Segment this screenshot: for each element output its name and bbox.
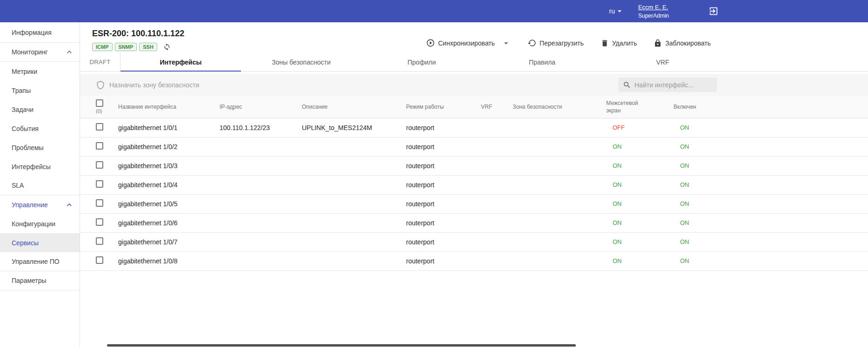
sidebar: Информация Мониторинг Метрики Трапы Зада… (0, 22, 80, 347)
sync-group: Синхронизировать (426, 39, 511, 48)
sidebar-item-metrics[interactable]: Метрики (0, 62, 80, 81)
search-input[interactable] (634, 81, 712, 89)
language-selector[interactable]: ru (609, 7, 624, 16)
sidebar-item-traps[interactable]: Трапы (0, 81, 80, 100)
delete-button[interactable]: Удалить (601, 39, 637, 47)
row-checkbox[interactable] (96, 142, 103, 150)
table-row[interactable]: gigabitethernet 1/0/1 100.110.1.122/23 U… (80, 118, 868, 137)
table-row[interactable]: gigabitethernet 1/0/3 routerport ON ON (80, 156, 868, 175)
user-role: SuperAdmin (638, 13, 669, 19)
sidebar-item-label: Информация (12, 29, 52, 36)
play-circle-icon (426, 39, 435, 47)
cell-ip (220, 175, 302, 194)
sidebar-item-sla[interactable]: SLA (0, 176, 80, 195)
row-checkbox-cell (80, 175, 118, 194)
cell-vrf (481, 156, 513, 175)
sidebar-item-information[interactable]: Информация (0, 22, 80, 43)
cell-ip (220, 251, 302, 270)
shield-icon (96, 80, 105, 90)
row-checkbox[interactable] (96, 256, 103, 264)
cell-interface-name: gigabitethernet 1/0/2 (118, 137, 220, 156)
logout-button[interactable] (707, 5, 720, 18)
sidebar-item-configurations[interactable]: Конфигурации (0, 214, 80, 233)
table-row[interactable]: gigabitethernet 1/0/2 routerport ON ON (80, 137, 868, 156)
column-header-enabled: Включен (674, 96, 868, 118)
table-row[interactable]: gigabitethernet 1/0/8 routerport ON ON (80, 251, 868, 270)
sidebar-item-label: Интерфейсы (12, 163, 51, 170)
badge-ssh: SSH (139, 43, 157, 51)
chevron-down-icon (615, 7, 624, 16)
delete-label: Удалить (612, 39, 637, 47)
sidebar-item-services[interactable]: Сервисы (0, 233, 80, 252)
chevron-down-icon (501, 39, 511, 48)
row-checkbox[interactable] (96, 180, 103, 188)
block-label: Заблокировать (665, 39, 711, 47)
sidebar-item-interfaces[interactable]: Интерфейсы (0, 157, 80, 176)
cell-vrf (481, 213, 513, 232)
tab-draft[interactable]: DRAFT (80, 53, 120, 71)
table-header-row: (0) Название интерфейса IP-адрес Описани… (80, 96, 868, 118)
column-header-ip: IP-адрес (220, 96, 302, 118)
cell-zone (513, 137, 606, 156)
sidebar-item-events[interactable]: События (0, 119, 80, 138)
select-all-checkbox[interactable] (96, 99, 103, 107)
cell-enabled-status: ON (674, 232, 868, 251)
row-checkbox-cell (80, 118, 118, 137)
cell-firewall-status: ON (606, 213, 674, 232)
sidebar-group-management[interactable]: Управление (0, 195, 80, 214)
synchronize-button[interactable]: Синхронизировать (426, 39, 495, 47)
reboot-button[interactable]: Перезагрузить (527, 39, 584, 47)
cell-enabled-status: ON (674, 156, 868, 175)
header-actions: Синхронизировать Перезагрузить Удали (426, 35, 711, 51)
cell-firewall-status: OFF (606, 118, 674, 137)
assign-security-zone-button[interactable]: Назначить зону безопасности (96, 80, 199, 90)
tab-security-zones[interactable]: Зоны безопасности (241, 53, 361, 71)
cell-interface-name: gigabitethernet 1/0/8 (118, 251, 220, 270)
row-checkbox[interactable] (96, 218, 103, 226)
chevron-up-icon (65, 200, 74, 210)
sidebar-item-label: Метрики (12, 68, 37, 75)
sidebar-item-parameters[interactable]: Параметры (0, 271, 80, 290)
table-row[interactable]: gigabitethernet 1/0/7 routerport ON ON (80, 232, 868, 251)
row-checkbox[interactable] (96, 199, 103, 207)
refresh-status-button[interactable] (163, 43, 171, 51)
tab-vrf[interactable]: VRF (602, 53, 723, 71)
protocol-badges: ICMP SNMP SSH (92, 43, 184, 51)
row-checkbox[interactable] (96, 161, 103, 169)
horizontal-scrollbar[interactable] (107, 344, 576, 347)
sidebar-group-label: Мониторинг (12, 48, 48, 56)
sidebar-item-software-management[interactable]: Управление ПО (0, 252, 80, 271)
sidebar-item-problems[interactable]: Проблемы (0, 138, 80, 157)
synchronize-dropdown-button[interactable] (501, 39, 511, 48)
table-row[interactable]: gigabitethernet 1/0/5 routerport ON ON (80, 194, 868, 213)
cell-firewall-status: ON (606, 137, 674, 156)
table-row[interactable]: gigabitethernet 1/0/4 routerport ON ON (80, 175, 868, 194)
tab-profiles[interactable]: Профили (361, 53, 482, 71)
sidebar-item-label: Проблемы (12, 144, 44, 151)
block-button[interactable]: Заблокировать (654, 39, 711, 47)
select-all-header: (0) (80, 96, 118, 118)
cell-description (302, 194, 406, 213)
cell-vrf (481, 232, 513, 251)
tab-bar: DRAFT Интерфейсы Зоны безопасности Профи… (80, 53, 868, 72)
user-name-link[interactable]: Eccm E. E. (638, 4, 669, 11)
restore-icon (527, 39, 536, 47)
cell-enabled-status: ON (674, 175, 868, 194)
cell-vrf (481, 137, 513, 156)
sidebar-group-monitoring[interactable]: Мониторинг (0, 43, 80, 62)
trash-icon (601, 39, 609, 47)
cell-ip (220, 194, 302, 213)
row-checkbox[interactable] (96, 123, 103, 131)
table-row[interactable]: gigabitethernet 1/0/6 routerport ON ON (80, 213, 868, 232)
tab-rules[interactable]: Правила (482, 53, 602, 71)
cell-mode: routerport (406, 232, 481, 251)
tab-interfaces[interactable]: Интерфейсы (120, 53, 241, 71)
row-checkbox[interactable] (96, 237, 103, 245)
sidebar-item-label: Задачи (12, 106, 33, 113)
cell-mode: routerport (406, 194, 481, 213)
cell-enabled-status: ON (674, 251, 868, 270)
cell-firewall-status: ON (606, 251, 674, 270)
cell-ip (220, 156, 302, 175)
sidebar-item-label: SLA (12, 182, 24, 189)
sidebar-item-tasks[interactable]: Задачи (0, 100, 80, 119)
